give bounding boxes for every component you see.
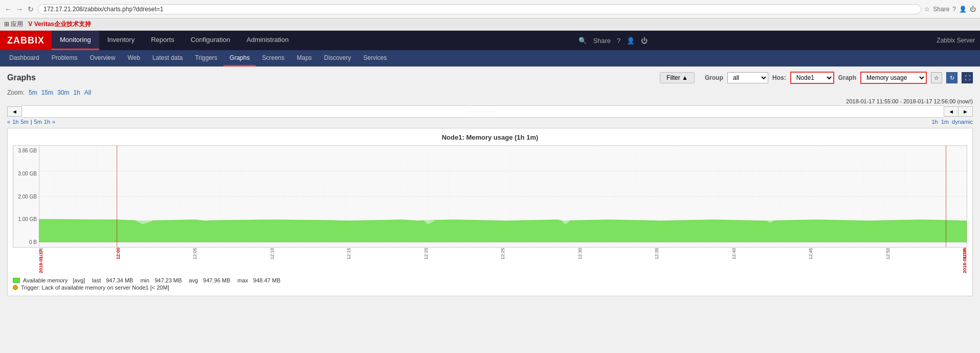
sub-nav: Dashboard Problems Overview Web Latest d… bbox=[0, 50, 980, 67]
nav-inventory[interactable]: Inventory bbox=[99, 31, 143, 50]
sub-nav-latest-data[interactable]: Latest data bbox=[146, 50, 189, 67]
page-title: Graphs bbox=[7, 73, 660, 82]
share-button[interactable]: Share bbox=[933, 6, 949, 13]
brand-label: V Veritas企业技术支持 bbox=[28, 20, 91, 29]
sub-nav-triggers[interactable]: Triggers bbox=[189, 50, 224, 67]
legend-label-memory: Available memory bbox=[23, 277, 68, 283]
sub-nav-problems[interactable]: Problems bbox=[46, 50, 84, 67]
period-1m[interactable]: 1m bbox=[941, 119, 949, 125]
group-select[interactable]: all bbox=[727, 72, 768, 83]
step-1h-back[interactable]: 1h bbox=[12, 119, 18, 125]
filter-controls: Group all Hos: Node1 Graph Memory usage … bbox=[705, 72, 973, 84]
account-icon[interactable]: 👤 bbox=[959, 6, 967, 13]
step-5m-fwd[interactable]: 5m bbox=[34, 119, 42, 125]
graph-section: Node1: Memory usage (1h 1m) bbox=[7, 128, 973, 296]
legend-trigger: Trigger: Lack of available memory on ser… bbox=[13, 284, 967, 291]
star-graph-button[interactable]: ☆ bbox=[931, 72, 942, 83]
step-sep: | bbox=[31, 119, 32, 125]
zabbix-logo[interactable]: ZABBIX bbox=[0, 31, 52, 50]
prev-arrow-button[interactable]: ◄ bbox=[7, 106, 22, 117]
url-bar[interactable]: 172.17.21.208/zabbix/charts.php?ddreset=… bbox=[38, 4, 921, 14]
x-time-4: 12:10 bbox=[270, 248, 275, 259]
back-button[interactable]: ← bbox=[4, 5, 12, 13]
graph-title: Node1: Memory usage (1h 1m) bbox=[13, 134, 967, 141]
x-time-10: 12:40 bbox=[731, 248, 737, 259]
group-label: Group bbox=[705, 74, 723, 81]
browser-bar: ← → ↻ 172.17.21.208/zabbix/charts.php?dd… bbox=[0, 0, 980, 18]
zoom-15m[interactable]: 15m bbox=[41, 89, 53, 96]
zoom-1h[interactable]: 1h bbox=[73, 89, 80, 96]
graph-area: 3.86 GB 3.00 GB 2.00 GB 1.00 GB 0 B bbox=[13, 145, 967, 248]
zoom-30m[interactable]: 30m bbox=[57, 89, 69, 96]
sub-nav-overview[interactable]: Overview bbox=[83, 50, 121, 67]
forward-button[interactable]: → bbox=[15, 5, 24, 13]
legend-max-value: 948.47 MB bbox=[253, 277, 280, 283]
fullscreen-button[interactable]: ⛶ bbox=[962, 72, 973, 83]
apps-label[interactable]: ⊞ 应用 bbox=[4, 20, 23, 29]
sub-nav-web[interactable]: Web bbox=[121, 50, 146, 67]
host-select[interactable]: Node1 bbox=[790, 72, 834, 84]
zoom-5m[interactable]: 5m bbox=[29, 89, 37, 96]
x-time-3: 12:05 bbox=[192, 248, 197, 259]
content-area: Graphs Filter ▲ Group all Hos: Node1 Gra… bbox=[0, 67, 980, 301]
bookmark-icon[interactable]: ☆ bbox=[924, 6, 930, 13]
top-nav-right: 🔍 Share ? 👤 ⏻ bbox=[578, 37, 655, 45]
sub-nav-discovery[interactable]: Discovery bbox=[318, 50, 358, 67]
period-dynamic[interactable]: dynamic bbox=[952, 119, 973, 125]
graph-svg bbox=[13, 146, 967, 247]
sub-nav-dashboard[interactable]: Dashboard bbox=[3, 50, 46, 67]
legend: Available memory [avg] last 947.34 MB mi… bbox=[13, 277, 967, 291]
zoom-all[interactable]: All bbox=[84, 89, 91, 96]
step-5m-back[interactable]: 5m bbox=[20, 119, 28, 125]
period-1h[interactable]: 1h bbox=[932, 119, 938, 125]
graph-select[interactable]: Memory usage bbox=[860, 72, 927, 84]
x-time-12: 12:50 bbox=[885, 248, 890, 259]
date-label-right: 2018-01-17 bbox=[962, 250, 967, 273]
power-icon[interactable]: ⏻ bbox=[970, 6, 976, 13]
svg-marker-7 bbox=[39, 219, 967, 242]
top-nav: ZABBIX Monitoring Inventory Reports Conf… bbox=[0, 31, 980, 50]
x-time-6: 12:20 bbox=[424, 248, 429, 259]
page-header: Graphs Filter ▲ Group all Hos: Node1 Gra… bbox=[7, 72, 973, 84]
legend-max-label: max bbox=[237, 277, 248, 283]
sub-nav-graphs[interactable]: Graphs bbox=[224, 50, 256, 67]
share-nav-icon[interactable]: Share bbox=[593, 37, 611, 45]
nav-dots: · · · · · · · · · bbox=[470, 108, 496, 115]
legend-stat-label: [avg] bbox=[73, 277, 85, 283]
x-time-7: 12:25 bbox=[500, 248, 505, 259]
next-slow-button[interactable]: ◄ bbox=[944, 106, 958, 117]
sub-nav-maps[interactable]: Maps bbox=[291, 50, 318, 67]
time-range: 2018-01-17 11:55:00 - 2018-01-17 12:56:0… bbox=[7, 98, 973, 104]
reload-button[interactable]: ↻ bbox=[27, 5, 35, 13]
help-nav-icon[interactable]: ? bbox=[617, 37, 620, 45]
right-arrows: ◄ ► bbox=[944, 106, 973, 117]
next-fast-button[interactable]: ► bbox=[958, 106, 973, 117]
step-1h-fwd[interactable]: 1h bbox=[44, 119, 50, 125]
nav-configuration[interactable]: Configuration bbox=[183, 31, 238, 50]
refresh-button[interactable]: ↻ bbox=[946, 72, 957, 83]
nav-monitoring[interactable]: Monitoring bbox=[52, 31, 99, 50]
host-label: Hos: bbox=[772, 74, 786, 81]
step-double-back[interactable]: « bbox=[7, 119, 10, 125]
sub-nav-screens[interactable]: Screens bbox=[256, 50, 291, 67]
step-left: « 1h 5m | 5m 1h » bbox=[7, 119, 55, 125]
power-nav-icon[interactable]: ⏻ bbox=[641, 37, 648, 45]
search-icon[interactable]: 🔍 bbox=[578, 37, 587, 45]
filter-button[interactable]: Filter ▲ bbox=[660, 72, 695, 83]
legend-last: last bbox=[92, 277, 101, 283]
help-icon[interactable]: ? bbox=[952, 6, 956, 13]
legend-color-memory bbox=[13, 278, 20, 283]
nav-administration[interactable]: Administration bbox=[238, 31, 297, 50]
x-time-9: 12:35 bbox=[654, 248, 659, 259]
sub-nav-services[interactable]: Services bbox=[357, 50, 393, 67]
nav-center-area: · · · · · · · · · bbox=[22, 105, 944, 118]
ext-bar: ⊞ 应用 V Veritas企业技术支持 bbox=[0, 18, 980, 31]
x-time-2: 12:00 bbox=[116, 248, 121, 259]
legend-available-memory: Available memory [avg] last 947.34 MB mi… bbox=[13, 277, 967, 283]
x-time-8: 12:30 bbox=[577, 248, 583, 259]
step-double-fwd[interactable]: » bbox=[52, 119, 55, 125]
x-axis-area: 11:56 12:00 12:05 12:10 12:15 12:20 12:2… bbox=[38, 248, 967, 273]
graph-label: Graph bbox=[838, 74, 856, 81]
nav-reports[interactable]: Reports bbox=[143, 31, 183, 50]
user-nav-icon[interactable]: 👤 bbox=[627, 37, 635, 45]
